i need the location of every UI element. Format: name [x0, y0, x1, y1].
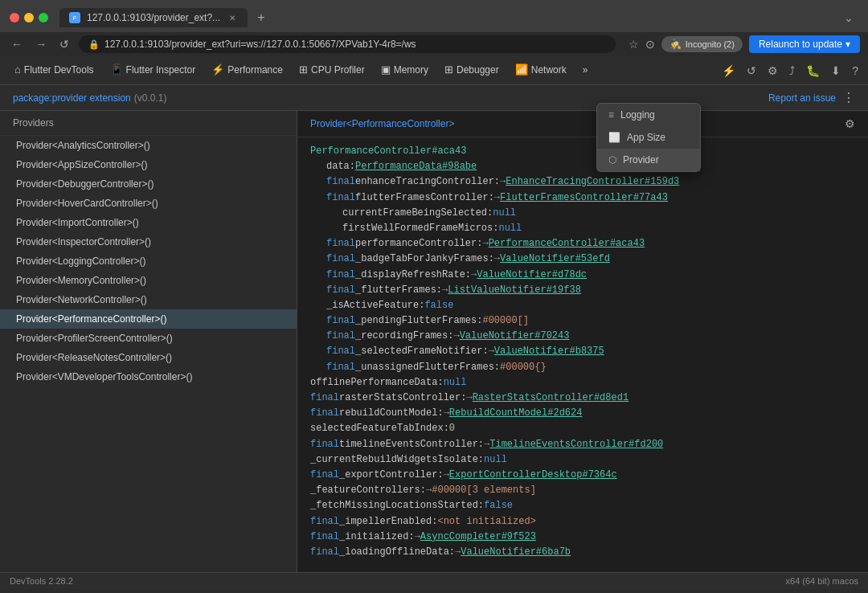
code-line: final enhanceTracingController: → Enhanc… [310, 174, 855, 190]
browser-actions: ☆ ⊙ 🕵 Incognito (2) Relaunch to update ▾ [628, 35, 860, 53]
code-link[interactable]: ExportControllerDesktop#7364c [449, 468, 617, 483]
code-link[interactable]: RasterStatsController#d8ed1 [473, 391, 628, 406]
code-value-bool: false [484, 498, 513, 513]
code-value-null: null [444, 375, 467, 391]
browser-menu-button[interactable]: ⌄ [839, 8, 858, 27]
code-link[interactable]: FlutterFramesController#77a43 [500, 190, 668, 206]
incognito-icon: 🕵 [669, 39, 682, 50]
maximize-button[interactable] [39, 13, 48, 22]
tab-close-button[interactable]: ✕ [227, 12, 238, 23]
toolbar-home-label: Flutter DevTools [24, 64, 94, 76]
code-link[interactable]: ValueNotifier#6ba7b [461, 545, 571, 560]
toolbar-memory[interactable]: ▣ Memory [373, 59, 436, 82]
url-bar[interactable]: 🔒 127.0.0.1:9103/provider_ext?uri=ws://1… [79, 35, 616, 53]
network-icon: 📶 [515, 63, 528, 76]
code-arrow: → [494, 190, 500, 206]
dropdown-item-provider[interactable]: ⬡Provider [597, 149, 700, 171]
code-link[interactable]: ValueNotifier#53efd [500, 252, 610, 267]
code-value-null: null [498, 221, 522, 236]
code-prefix: data: [326, 159, 355, 174]
code-value: #00000[3 elements] [432, 483, 536, 498]
dropdown-item-label: Logging [620, 109, 655, 121]
provider-item[interactable]: Provider<DebuggerController>() [0, 174, 297, 194]
toolbar-debugger-label: Debugger [457, 64, 499, 76]
code-prefix: rasterStatsController: [339, 391, 466, 406]
code-link[interactable]: AsyncCompleter#9f523 [420, 530, 536, 545]
settings-button[interactable]: ⚙ [764, 61, 781, 80]
code-prefix: offlinePerformanceData: [310, 375, 444, 391]
provider-item[interactable]: Provider<ReleaseNotesController>() [0, 348, 297, 367]
code-link[interactable]: TimelineEventsController#fd200 [489, 437, 663, 452]
relaunch-button[interactable]: Relaunch to update ▾ [749, 35, 860, 53]
toolbar-overflow[interactable]: » [575, 59, 596, 82]
new-tab-button[interactable]: + [251, 9, 271, 27]
code-content: PerformanceController#aca43data: Perform… [297, 137, 868, 566]
code-line: final _impellerEnabled: <not initialized… [310, 514, 855, 530]
provider-item[interactable]: Provider<AnalyticsController>() [0, 136, 297, 155]
share-button[interactable]: ⤴ [786, 61, 798, 80]
code-line: final _pendingFlutterFrames: #00000[] [310, 313, 855, 329]
provider-item[interactable]: Provider<PerformanceController>() [0, 309, 297, 329]
code-link[interactable]: ListValueNotifier#19f38 [448, 283, 581, 298]
code-line: final _selectedFrameNotifier: → ValueNot… [310, 344, 855, 359]
toolbar-network[interactable]: 📶 Network [507, 59, 575, 82]
bookmarks-button[interactable]: ☆ [628, 38, 639, 51]
app-size-icon: ⬜ [608, 132, 620, 143]
toolbar-home[interactable]: ⌂ Flutter DevTools [6, 59, 102, 82]
close-button[interactable] [10, 13, 19, 22]
toolbar-network-label: Network [531, 64, 567, 76]
provider-item[interactable]: Provider<LoggingController>() [0, 252, 297, 271]
minimize-button[interactable] [24, 13, 34, 22]
overflow-dropdown: ≡Logging⬜App Size⬡Provider [596, 103, 701, 172]
provider-item[interactable]: Provider<InspectorController>() [0, 232, 297, 252]
provider-item[interactable]: Provider<ImportController>() [0, 213, 297, 232]
lightning-button[interactable]: ⚡ [719, 61, 739, 80]
code-line: firstWellFormedFrameMicros: null [310, 221, 855, 236]
code-line: data: PerformanceData#98abe [310, 159, 855, 174]
code-prefix: performanceController: [355, 236, 482, 252]
code-arrow: → [494, 252, 500, 267]
code-link[interactable]: ValueNotifier#d78dc [477, 268, 587, 283]
phone-icon: 📱 [110, 63, 123, 76]
code-value: #00000[] [482, 313, 529, 329]
code-link[interactable]: EnhanceTracingController#159d3 [506, 174, 679, 190]
dropdown-item-app-size[interactable]: ⬜App Size [597, 126, 700, 149]
dropdown-item-logging[interactable]: ≡Logging [597, 104, 700, 126]
code-prefix: flutterFramesController: [355, 190, 494, 206]
code-prefix: _loadingOfflineData: [339, 545, 455, 560]
bug-button[interactable]: 🐛 [803, 61, 823, 80]
code-link[interactable]: RebuildCountModel#2d624 [449, 406, 583, 421]
right-panel-header: Provider<PerformanceController> ⚙ [297, 111, 868, 137]
browser-tab[interactable]: F 127.0.0.1:9103/provider_ext?... ✕ [59, 8, 248, 27]
provider-item[interactable]: Provider<NetworkController>() [0, 290, 297, 309]
code-line: final performanceController: → Performan… [310, 236, 855, 252]
code-link[interactable]: PerformanceData#98abe [355, 159, 477, 174]
code-value: #00000{} [500, 360, 547, 375]
code-value-null: null [484, 452, 507, 468]
provider-item[interactable]: Provider<VMDeveloperToolsController>() [0, 367, 297, 386]
provider-item[interactable]: Provider<AppSizeController>() [0, 155, 297, 174]
download-button[interactable]: ⬇ [828, 61, 844, 80]
toolbar-debugger[interactable]: ⊞ Debugger [436, 59, 507, 82]
toolbar-performance[interactable]: ⚡ Performance [203, 59, 291, 82]
more-options-button[interactable]: ⋮ [842, 90, 855, 105]
report-issue-link[interactable]: Report an issue [768, 92, 836, 104]
code-prefix: _displayRefreshRate: [355, 268, 471, 283]
code-prefix: _unassignedFlutterFrames: [355, 360, 500, 375]
profile-button[interactable]: ⊙ [645, 38, 655, 51]
help-button[interactable]: ? [849, 61, 862, 80]
status-left: DevTools 2.28.2 [10, 576, 73, 586]
panel-settings-button[interactable]: ⚙ [845, 117, 855, 130]
reload-button[interactable]: ↺ [56, 36, 72, 52]
toolbar-cpu[interactable]: ⊞ CPU Profiler [291, 59, 373, 82]
code-link[interactable]: ValueNotifier#b8375 [494, 344, 604, 359]
back-button[interactable]: ← [8, 36, 26, 52]
code-link[interactable]: ValueNotifier#70243 [460, 329, 570, 344]
refresh-button[interactable]: ↺ [743, 61, 760, 80]
toolbar-inspector[interactable]: 📱 Flutter Inspector [102, 59, 204, 82]
provider-item[interactable]: Provider<MemoryController>() [0, 271, 297, 290]
forward-button[interactable]: → [32, 36, 50, 52]
provider-item[interactable]: Provider<ProfilerScreenController>() [0, 329, 297, 348]
provider-item[interactable]: Provider<HoverCardController>() [0, 194, 297, 213]
code-link[interactable]: PerformanceController#aca43 [489, 236, 645, 252]
